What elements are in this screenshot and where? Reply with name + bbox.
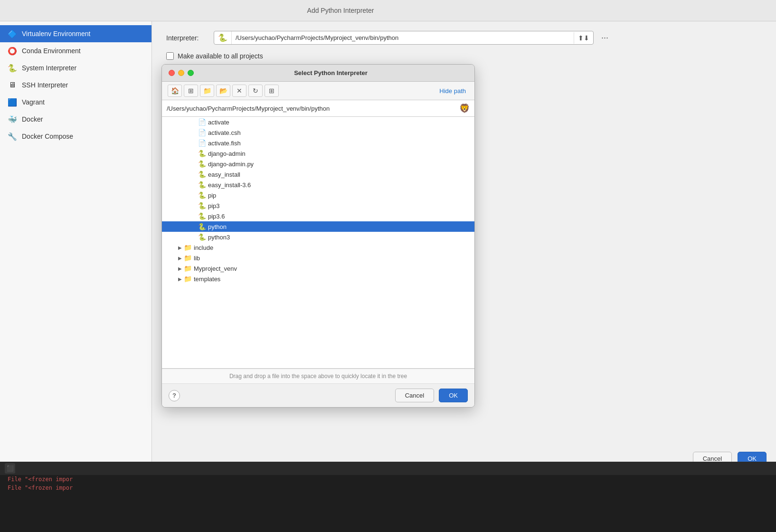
console-tab-icon[interactable]: ⬛: [5, 463, 15, 474]
file-tree[interactable]: 📄 activate 📄 activate.csh 📄: [162, 117, 474, 369]
tree-item-pip[interactable]: 🐍 pip: [162, 190, 474, 200]
tree-item-pip3[interactable]: 🐍 pip3: [162, 200, 474, 211]
tree-item-activate-csh[interactable]: 📄 activate.csh: [162, 127, 474, 138]
tree-label-django-admin-py: django-admin.py: [208, 161, 254, 168]
tree-item-activate-fish[interactable]: 📄 activate.fish: [162, 138, 474, 148]
tree-label-python: python: [208, 223, 227, 230]
file-icon-pip36: 🐍: [198, 212, 206, 220]
tree-label-activate: activate: [208, 119, 229, 126]
tree-item-lib[interactable]: ▶ 📁 lib: [162, 253, 474, 263]
tree-item-django-admin[interactable]: 🐍 django-admin: [162, 148, 474, 159]
tree-label-include: include: [194, 244, 213, 251]
sidebar-item-system[interactable]: 🐍 System Interpreter: [0, 59, 151, 76]
path-row: 🦁: [162, 100, 474, 117]
console-line-1: File "<frozen impor: [8, 475, 768, 484]
inner-footer-buttons: Cancel OK: [395, 389, 468, 402]
interpreter-path-input[interactable]: [232, 32, 574, 44]
tree-item-django-admin-py[interactable]: 🐍 django-admin.py: [162, 159, 474, 169]
toolbar-delete-button[interactable]: ✕: [232, 85, 246, 97]
toolbar-home-button[interactable]: 🏠: [168, 85, 182, 97]
sidebar-item-virtualenv[interactable]: 🔷 Virtualenv Environment: [0, 25, 151, 42]
django-admin-arrow: [190, 150, 198, 157]
toolbar-new-folder-button[interactable]: 📂: [216, 85, 230, 97]
sidebar-item-label-virtualenv: Virtualenv Environment: [22, 30, 90, 38]
tree-label-pip3: pip3: [208, 202, 220, 209]
inner-modal-footer: ? Cancel OK: [162, 383, 474, 407]
sidebar-item-label-ssh: SSH Interpreter: [22, 81, 68, 89]
interpreter-label: Interpreter:: [166, 34, 209, 42]
sidebar-item-conda[interactable]: ⭕ Conda Environment: [0, 42, 151, 59]
help-button[interactable]: ?: [169, 390, 180, 401]
tree-label-templates: templates: [194, 276, 220, 283]
sidebar-item-docker[interactable]: 🐳 Docker: [0, 111, 151, 128]
sidebar-item-docker-compose[interactable]: 🔧 Docker Compose: [0, 128, 151, 145]
sidebar-item-ssh[interactable]: 🖥 SSH Interpreter: [0, 76, 151, 94]
easy-install-arrow: [190, 171, 198, 178]
top-bar: Add Python Interpreter: [0, 0, 776, 21]
sidebar-item-label-system: System Interpreter: [22, 64, 76, 72]
tree-item-myproject-venv[interactable]: ▶ 📁 Myproject_venv: [162, 263, 474, 274]
interpreter-input-wrap: 🐍 ⬆⬇: [214, 31, 594, 45]
interpreter-more-button[interactable]: ···: [598, 33, 611, 43]
tree-label-lib: lib: [194, 255, 200, 262]
file-icon-activate-csh: 📄: [198, 129, 206, 136]
conda-icon: ⭕: [8, 46, 17, 56]
inner-modal: Select Python Interpreter 🏠 ⊞ 📁 📂 ✕ ↻ ⊞ …: [161, 64, 475, 408]
inner-ok-button[interactable]: OK: [439, 389, 468, 402]
file-icon-pip3: 🐍: [198, 202, 206, 209]
bottom-tab: ⬛: [0, 462, 776, 475]
inner-modal-titlebar: Select Python Interpreter: [162, 65, 474, 82]
python3-arrow: [190, 233, 198, 241]
tree-item-pip36[interactable]: 🐍 pip3.6: [162, 211, 474, 221]
main-panel: Interpreter: 🐍 ⬆⬇ ··· Make available to …: [152, 21, 776, 532]
vagrant-icon: 🟦: [8, 97, 17, 107]
hide-path-button[interactable]: Hide path: [436, 86, 469, 96]
toolbar-folder-button[interactable]: 📁: [200, 85, 214, 97]
tree-label-activate-fish: activate.fish: [208, 140, 241, 147]
tree-item-easy-install[interactable]: 🐍 easy_install: [162, 169, 474, 180]
tree-label-easy-install-36: easy_install-3.6: [208, 181, 251, 189]
django-admin-py-arrow: [190, 160, 198, 168]
window-title: Add Python Interpreter: [0, 7, 767, 14]
sidebar: 🔷 Virtualenv Environment ⭕ Conda Environ…: [0, 21, 152, 532]
toolbar-refresh-button[interactable]: ↻: [248, 85, 263, 97]
inner-cancel-button[interactable]: Cancel: [395, 389, 434, 402]
templates-arrow[interactable]: ▶: [176, 275, 184, 283]
file-icon-python: 🐍: [198, 223, 206, 230]
toolbar-grid-button[interactable]: ⊞: [265, 85, 279, 97]
tree-item-easy-install-36[interactable]: 🐍 easy_install-3.6: [162, 180, 474, 190]
activate-arrow: [190, 118, 198, 126]
sidebar-item-vagrant[interactable]: 🟦 Vagrant: [0, 94, 151, 111]
file-icon-easy-install: 🐍: [198, 171, 206, 178]
path-input[interactable]: [167, 105, 456, 112]
inner-modal-title: Select Python Interpreter: [194, 69, 468, 76]
lib-arrow[interactable]: ▶: [176, 254, 184, 262]
file-icon-easy-install-36: 🐍: [198, 181, 206, 189]
tree-item-python3[interactable]: 🐍 python3: [162, 232, 474, 242]
tree-label-python3: python3: [208, 234, 230, 241]
pip36-arrow: [190, 212, 198, 220]
toolbar-bookmarks-button[interactable]: ⊞: [184, 85, 198, 97]
minimize-button[interactable]: [178, 70, 184, 76]
traffic-lights: [169, 70, 194, 76]
system-icon: 🐍: [8, 63, 17, 73]
file-icon-activate: 📄: [198, 118, 206, 126]
content-area: 🔷 Virtualenv Environment ⭕ Conda Environ…: [0, 21, 776, 532]
tree-label-myproject-venv: Myproject_venv: [194, 265, 237, 272]
tree-label-pip: pip: [208, 192, 216, 199]
tree-item-templates[interactable]: ▶ 📁 templates: [162, 274, 474, 284]
tree-item-python[interactable]: 🐍 python: [162, 221, 474, 232]
tree-item-activate[interactable]: 📄 activate: [162, 117, 474, 127]
close-button[interactable]: [169, 70, 175, 76]
interpreter-dropdown-arrow[interactable]: ⬆⬇: [574, 32, 593, 44]
file-icon-python3: 🐍: [198, 233, 206, 241]
pip3-arrow: [190, 202, 198, 209]
virtualenv-icon: 🔷: [8, 29, 17, 38]
docker-compose-icon: 🔧: [8, 132, 17, 141]
myproject-venv-arrow[interactable]: ▶: [176, 265, 184, 272]
make-available-checkbox[interactable]: [166, 52, 174, 60]
include-arrow[interactable]: ▶: [176, 244, 184, 251]
tree-label-pip36: pip3.6: [208, 213, 225, 220]
tree-item-include[interactable]: ▶ 📁 include: [162, 242, 474, 253]
maximize-button[interactable]: [188, 70, 194, 76]
